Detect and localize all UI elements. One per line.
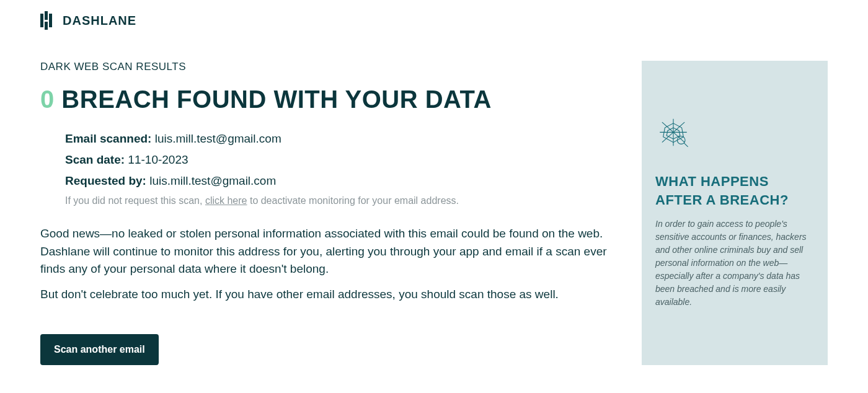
sidebar-body: In order to gain access to people's sens… bbox=[655, 218, 814, 309]
svg-rect-2 bbox=[45, 22, 48, 30]
meta-email-label: Email scanned: bbox=[65, 132, 151, 145]
opt-out-line: If you did not request this scan, click … bbox=[65, 195, 623, 206]
meta-requester: Requested by: luis.mill.test@gmail.com bbox=[65, 174, 623, 188]
brand-logo-icon bbox=[40, 11, 56, 30]
meta-requester-value: luis.mill.test@gmail.com bbox=[146, 174, 276, 187]
meta-date-label: Scan date: bbox=[65, 153, 125, 166]
result-p1: Good news—no leaked or stolen personal i… bbox=[40, 225, 623, 278]
page-kicker: DARK WEB SCAN RESULTS bbox=[40, 61, 623, 73]
meta-date-value: 11-10-2023 bbox=[125, 153, 188, 166]
opt-out-suffix: to deactivate monitoring for your email … bbox=[247, 195, 459, 206]
spiderweb-icon bbox=[655, 117, 814, 155]
scan-meta: Email scanned: luis.mill.test@gmail.com … bbox=[65, 132, 623, 206]
svg-point-10 bbox=[677, 136, 685, 144]
svg-rect-1 bbox=[45, 11, 48, 20]
meta-date: Scan date: 11-10-2023 bbox=[65, 153, 623, 167]
headline-rest: BREACH FOUND WITH YOUR DATA bbox=[55, 86, 492, 113]
opt-out-link[interactable]: click here bbox=[205, 195, 247, 206]
result-body: Good news—no leaked or stolen personal i… bbox=[40, 225, 623, 303]
sidebar-card: WHAT HAPPENS AFTER A BREACH? In order to… bbox=[642, 61, 828, 365]
svg-rect-3 bbox=[49, 14, 52, 27]
meta-requester-label: Requested by: bbox=[65, 174, 146, 187]
result-p2: But don't celebrate too much yet. If you… bbox=[40, 286, 623, 304]
sidebar-title: WHAT HAPPENS AFTER A BREACH? bbox=[655, 172, 814, 209]
main-content: DARK WEB SCAN RESULTS 0 BREACH FOUND WIT… bbox=[40, 61, 623, 365]
opt-out-prefix: If you did not request this scan, bbox=[65, 195, 205, 206]
svg-rect-0 bbox=[40, 14, 43, 27]
brand-name: DASHLANE bbox=[63, 14, 136, 28]
page-title: 0 BREACH FOUND WITH YOUR DATA bbox=[40, 86, 623, 113]
brand-header: DASHLANE bbox=[40, 11, 828, 30]
scan-another-button[interactable]: Scan another email bbox=[40, 334, 159, 365]
meta-email-value: luis.mill.test@gmail.com bbox=[151, 132, 281, 145]
breach-count: 0 bbox=[40, 86, 55, 113]
meta-email: Email scanned: luis.mill.test@gmail.com bbox=[65, 132, 623, 146]
svg-line-11 bbox=[684, 143, 688, 147]
